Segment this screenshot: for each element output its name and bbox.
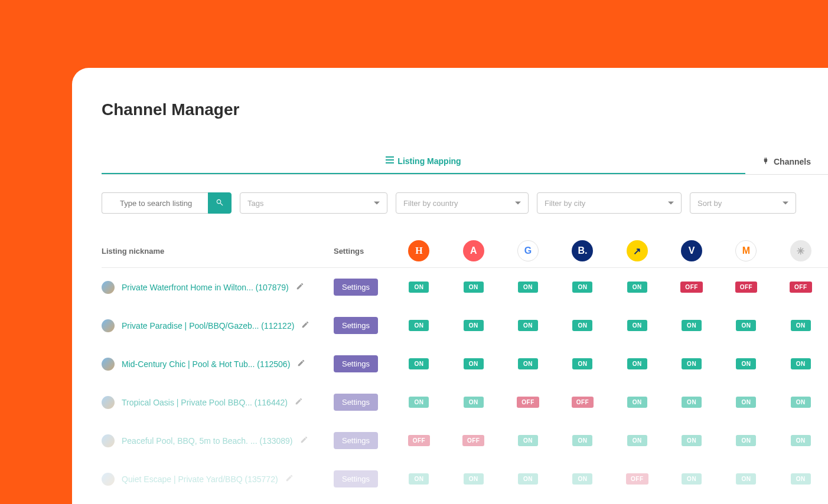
- channel-toggle-vrbo[interactable]: OFF: [680, 282, 703, 293]
- edit-icon[interactable]: [295, 397, 303, 408]
- td-channel: ON: [774, 397, 828, 408]
- td-channel: ON: [555, 282, 609, 293]
- td-channel: ON: [610, 282, 664, 293]
- channel-toggle-other[interactable]: ON: [791, 397, 811, 408]
- channel-toggle-google[interactable]: ON: [518, 473, 538, 485]
- td-channel: OFF: [664, 282, 719, 293]
- channel-toggle-google[interactable]: ON: [518, 435, 538, 446]
- td-settings: Settings: [334, 355, 392, 372]
- channel-toggle-expedia[interactable]: ON: [627, 320, 647, 331]
- settings-button[interactable]: Settings: [334, 317, 378, 334]
- channel-toggle-other[interactable]: ON: [791, 320, 811, 331]
- svg-rect-1: [386, 159, 394, 161]
- th-channel-vrbo: V: [664, 240, 719, 261]
- channel-toggle-expedia[interactable]: ON: [627, 282, 647, 293]
- channel-toggle-vrbo[interactable]: ON: [682, 397, 702, 408]
- vrbo-icon: V: [681, 240, 702, 261]
- channel-toggle-hostfully[interactable]: ON: [409, 397, 429, 408]
- channel-toggle-booking[interactable]: ON: [572, 473, 592, 485]
- table-row: Private Paradise | Pool/BBQ/Gazeb... (11…: [102, 306, 828, 345]
- channel-toggle-marriott[interactable]: ON: [736, 473, 756, 485]
- td-channel: ON: [501, 473, 555, 485]
- filter-sort[interactable]: Sort by: [690, 192, 796, 214]
- edit-icon[interactable]: [301, 320, 309, 331]
- channel-toggle-google[interactable]: ON: [518, 320, 538, 331]
- settings-button[interactable]: Settings: [334, 432, 378, 449]
- channel-toggle-booking[interactable]: ON: [572, 358, 592, 369]
- svg-rect-0: [386, 156, 394, 158]
- channel-toggle-airbnb[interactable]: ON: [464, 282, 484, 293]
- channel-toggle-marriott[interactable]: OFF: [735, 282, 758, 293]
- listing-link[interactable]: Peaceful Pool, BBQ, 5m to Beach. ... (13…: [122, 436, 293, 446]
- search-input[interactable]: [102, 192, 208, 214]
- td-channel: ON: [719, 473, 773, 485]
- channel-toggle-google[interactable]: OFF: [517, 397, 539, 408]
- settings-button[interactable]: Settings: [334, 394, 378, 411]
- channel-toggle-booking[interactable]: ON: [572, 282, 592, 293]
- edit-icon[interactable]: [296, 282, 304, 293]
- channel-toggle-other[interactable]: ON: [791, 473, 811, 485]
- channel-toggle-marriott[interactable]: ON: [736, 320, 756, 331]
- channel-toggle-booking[interactable]: ON: [572, 435, 592, 446]
- td-channel: ON: [555, 320, 609, 331]
- th-channel-google: G: [501, 240, 555, 261]
- channel-toggle-airbnb[interactable]: ON: [464, 320, 484, 331]
- td-channel: ON: [774, 435, 828, 446]
- channel-toggle-hostfully[interactable]: ON: [409, 358, 429, 369]
- settings-button[interactable]: Settings: [334, 279, 378, 296]
- channel-toggle-vrbo[interactable]: ON: [682, 358, 702, 369]
- channel-toggle-expedia[interactable]: ON: [627, 435, 647, 446]
- tab-channels[interactable]: Channels: [745, 149, 828, 174]
- listing-link[interactable]: Private Paradise | Pool/BBQ/Gazeb... (11…: [122, 321, 294, 330]
- settings-button[interactable]: Settings: [334, 355, 378, 372]
- channel-toggle-google[interactable]: ON: [518, 282, 538, 293]
- td-channel: OFF: [719, 282, 773, 293]
- channel-toggle-marriott[interactable]: ON: [736, 397, 756, 408]
- channel-toggle-marriott[interactable]: ON: [736, 358, 756, 369]
- td-channel: ON: [446, 282, 501, 293]
- td-settings: Settings: [334, 279, 392, 296]
- channel-toggle-expedia[interactable]: ON: [627, 397, 647, 408]
- filter-country[interactable]: Filter by country: [396, 192, 529, 214]
- channel-toggle-booking[interactable]: ON: [572, 320, 592, 331]
- channel-toggle-other[interactable]: ON: [791, 435, 811, 446]
- search-button[interactable]: [208, 192, 232, 214]
- channel-toggle-hostfully[interactable]: ON: [409, 320, 429, 331]
- channel-toggle-airbnb[interactable]: ON: [464, 358, 484, 369]
- listing-thumbnail: [102, 396, 115, 409]
- channel-toggle-airbnb[interactable]: ON: [464, 397, 484, 408]
- edit-icon[interactable]: [285, 474, 294, 485]
- listing-link[interactable]: Private Waterfront Home in Wilton... (10…: [122, 283, 289, 292]
- table-row: Peaceful Pool, BBQ, 5m to Beach. ... (13…: [102, 421, 828, 460]
- td-channel: ON: [501, 282, 555, 293]
- channel-toggle-hostfully[interactable]: ON: [409, 473, 429, 485]
- listing-link[interactable]: Mid-Century Chic | Pool & Hot Tub... (11…: [122, 359, 290, 369]
- filter-tags[interactable]: Tags: [240, 192, 387, 214]
- settings-button[interactable]: Settings: [334, 470, 378, 487]
- channel-toggle-vrbo[interactable]: ON: [682, 473, 702, 485]
- td-channel: OFF: [501, 397, 555, 408]
- filter-city[interactable]: Filter by city: [537, 192, 682, 214]
- channel-toggle-airbnb[interactable]: OFF: [462, 435, 485, 446]
- channel-toggle-hostfully[interactable]: ON: [409, 282, 429, 293]
- edit-icon[interactable]: [297, 359, 305, 369]
- channel-toggle-vrbo[interactable]: ON: [682, 320, 702, 331]
- channel-toggle-vrbo[interactable]: ON: [682, 435, 702, 446]
- channel-toggle-airbnb[interactable]: ON: [464, 473, 484, 485]
- channel-toggle-other[interactable]: ON: [791, 358, 811, 369]
- channel-toggle-other[interactable]: OFF: [790, 282, 812, 293]
- listing-link[interactable]: Tropical Oasis | Private Pool BBQ... (11…: [122, 398, 288, 407]
- channel-toggle-expedia[interactable]: OFF: [626, 473, 648, 485]
- channel-toggle-booking[interactable]: OFF: [572, 397, 594, 408]
- td-channel: ON: [392, 473, 446, 485]
- marriott-icon: M: [735, 240, 757, 261]
- channel-toggle-marriott[interactable]: ON: [736, 435, 756, 446]
- channel-toggle-expedia[interactable]: ON: [627, 358, 647, 369]
- tab-listing-mapping[interactable]: Listing Mapping: [102, 149, 745, 174]
- listing-link[interactable]: Quiet Escape | Private Yard/BBQ (135772): [122, 474, 278, 484]
- channel-toggle-google[interactable]: ON: [518, 358, 538, 369]
- edit-icon[interactable]: [300, 436, 308, 446]
- td-channel: ON: [555, 358, 609, 369]
- channel-toggle-hostfully[interactable]: OFF: [408, 435, 431, 446]
- td-channel: ON: [446, 320, 501, 331]
